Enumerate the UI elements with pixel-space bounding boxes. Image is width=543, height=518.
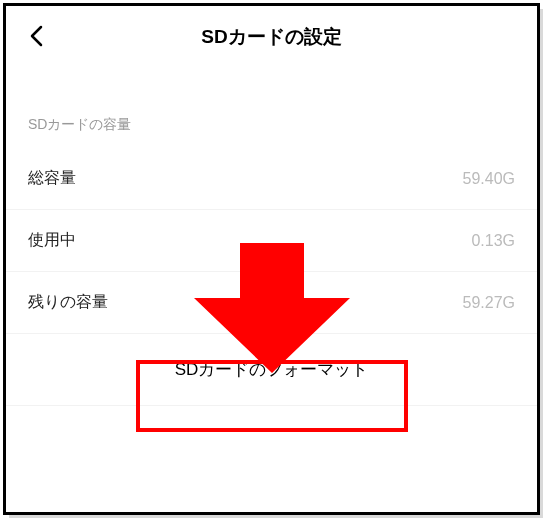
row-value: 0.13G: [471, 232, 515, 250]
section-header-capacity: SDカードの容量: [6, 66, 537, 148]
row-value: 59.27G: [463, 294, 515, 312]
app-screen: SDカードの設定 SDカードの容量 総容量 59.40G 使用中 0.13G 残…: [3, 3, 540, 515]
row-value: 59.40G: [463, 170, 515, 188]
row-used: 使用中 0.13G: [6, 210, 537, 272]
row-remaining: 残りの容量 59.27G: [6, 272, 537, 334]
row-label: 残りの容量: [28, 292, 108, 313]
row-label: 総容量: [28, 168, 76, 189]
page-title: SDカードの設定: [26, 24, 517, 50]
back-button[interactable]: [24, 24, 48, 48]
row-format-sd[interactable]: SDカードのフォーマット: [6, 334, 537, 406]
row-label: 使用中: [28, 230, 76, 251]
chevron-left-icon: [29, 25, 43, 47]
header: SDカードの設定: [6, 6, 537, 66]
format-label: SDカードのフォーマット: [175, 360, 369, 379]
row-total-capacity: 総容量 59.40G: [6, 148, 537, 210]
